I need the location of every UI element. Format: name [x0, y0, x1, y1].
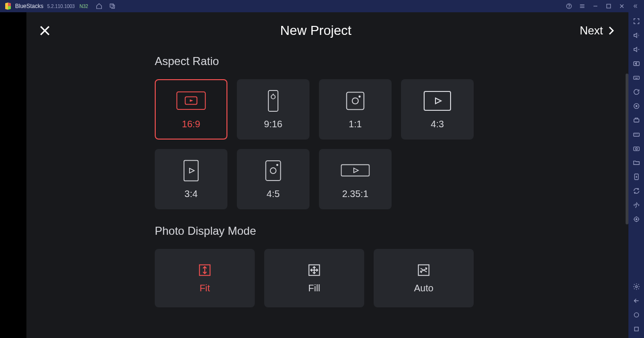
svg-rect-24 [634, 119, 639, 122]
lock-cursor-icon[interactable] [630, 100, 643, 112]
ratio-card-16-9[interactable]: 16:9 [155, 79, 227, 140]
svg-rect-11 [424, 91, 451, 110]
svg-point-14 [270, 167, 276, 173]
ratio-label: 9:16 [264, 119, 283, 130]
ratio-label: 2.35:1 [342, 189, 368, 199]
next-button[interactable]: Next [580, 24, 617, 37]
play-landscape-icon [422, 90, 452, 112]
svg-rect-6 [268, 90, 278, 111]
volume-down-icon[interactable] [630, 43, 643, 56]
maximize-icon[interactable] [603, 1, 614, 11]
mode-label: Fill [308, 283, 320, 294]
photo-mode-grid: Fit Fill [155, 249, 485, 307]
fill-icon [307, 263, 321, 277]
svg-rect-26 [634, 147, 639, 151]
back-icon[interactable] [630, 295, 643, 307]
ratio-card-4-5[interactable]: 4:5 [237, 149, 309, 209]
svg-rect-16 [341, 165, 369, 176]
svg-point-10 [359, 96, 360, 97]
ratio-label: 4:5 [267, 189, 280, 199]
install-apk-icon[interactable] [630, 171, 643, 183]
android-home-icon[interactable] [630, 309, 643, 321]
media-folder-icon[interactable] [630, 157, 643, 169]
mode-label: Fit [200, 283, 210, 294]
instagram-square-icon [340, 90, 370, 112]
keymap-icon[interactable] [630, 58, 643, 70]
svg-rect-3 [607, 4, 611, 8]
next-label: Next [580, 24, 603, 37]
keyboard-controls-icon[interactable] [630, 72, 643, 84]
help-icon[interactable] [564, 1, 574, 11]
svg-rect-8 [347, 92, 364, 109]
scrollbar-thumb[interactable] [626, 74, 628, 224]
svg-point-7 [271, 95, 276, 99]
bluestacks-arch: N32 [79, 4, 88, 9]
rotate-icon[interactable] [630, 185, 643, 197]
ratio-label: 1:1 [349, 119, 362, 130]
auto-icon [417, 263, 431, 277]
ratio-label: 16:9 [182, 119, 201, 130]
svg-rect-25 [634, 133, 639, 136]
svg-point-15 [276, 164, 278, 165]
svg-rect-13 [266, 161, 280, 181]
ratio-card-1-1[interactable]: 1:1 [319, 79, 392, 140]
page-title: New Project [280, 23, 351, 38]
svg-point-23 [636, 106, 637, 107]
close-icon[interactable] [38, 24, 52, 38]
svg-point-30 [636, 219, 637, 220]
recent-apps-icon[interactable] [107, 1, 117, 11]
mode-fill[interactable]: Fill [264, 249, 364, 307]
multi-instance-icon[interactable] [630, 128, 643, 140]
bluestacks-logo-icon [4, 2, 12, 10]
svg-rect-33 [635, 327, 638, 331]
menu-icon[interactable] [577, 1, 587, 11]
svg-rect-0 [110, 4, 113, 7]
home-icon[interactable] [94, 1, 104, 11]
settings-icon[interactable] [630, 280, 643, 293]
bluestacks-version: 5.2.110.1003 [47, 4, 75, 9]
ratio-label: 3:4 [184, 189, 198, 199]
aspect-ratio-grid: 16:9 9:16 [155, 79, 485, 209]
screenshot-icon[interactable] [630, 142, 643, 155]
mode-auto[interactable]: Auto [374, 249, 474, 307]
emulator-screen: New Project Next Aspect Ratio [0, 12, 628, 338]
ratio-card-4-3[interactable]: 4:3 [401, 79, 474, 140]
aspect-ratio-heading: Aspect Ratio [155, 55, 485, 68]
ratio-card-9-16[interactable]: 9:16 [237, 79, 309, 140]
phone-portrait-icon [258, 90, 288, 112]
location-icon[interactable] [630, 213, 643, 225]
bluestacks-name: BlueStacks [15, 3, 43, 9]
volume-up-icon[interactable] [630, 29, 643, 41]
android-recent-icon[interactable] [630, 323, 643, 335]
bluestacks-right-sidebar [628, 12, 644, 338]
svg-point-9 [352, 98, 359, 104]
svg-rect-12 [184, 160, 198, 181]
mode-label: Auto [414, 283, 433, 294]
collapse-sidebar-icon[interactable] [630, 1, 640, 11]
youtube-icon [176, 90, 206, 112]
shake-icon[interactable] [630, 199, 643, 211]
minimize-icon[interactable] [590, 1, 601, 11]
app-header: New Project Next [26, 12, 628, 49]
fit-icon [198, 263, 212, 277]
play-cinema-icon [340, 159, 370, 182]
svg-point-32 [634, 313, 638, 317]
ratio-label: 4:3 [431, 119, 444, 130]
svg-point-2 [569, 8, 569, 8]
photo-display-mode-heading: Photo Display Mode [155, 224, 485, 238]
play-portrait-icon [176, 159, 206, 182]
svg-point-27 [636, 148, 637, 150]
mode-fit[interactable]: Fit [155, 249, 255, 307]
ratio-card-cinema[interactable]: 2.35:1 [319, 149, 392, 209]
instagram-portrait-icon [258, 159, 288, 182]
fullscreen-icon[interactable] [630, 15, 643, 27]
svg-point-31 [636, 286, 637, 288]
bluestacks-titlebar: BlueStacks 5.2.110.1003 N32 [0, 0, 644, 12]
sync-icon[interactable] [630, 86, 643, 98]
macro-icon[interactable] [630, 114, 643, 126]
ratio-card-3-4[interactable]: 3:4 [155, 149, 227, 209]
close-window-icon[interactable] [617, 1, 627, 11]
